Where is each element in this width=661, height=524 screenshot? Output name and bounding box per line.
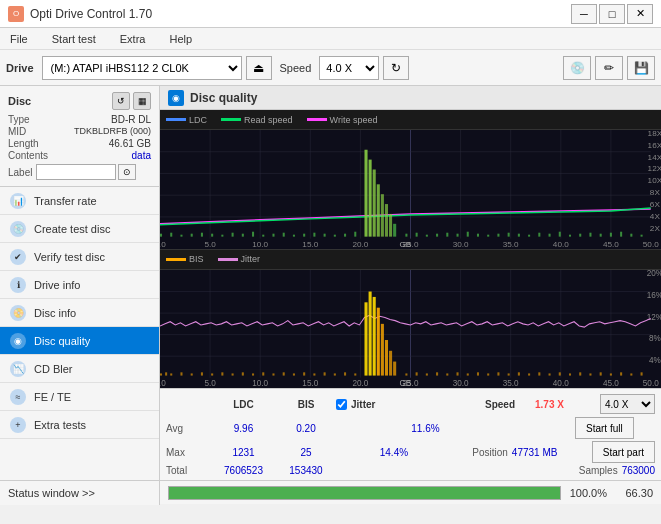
menu-extra[interactable]: Extra: [114, 31, 152, 47]
svg-rect-164: [477, 372, 479, 375]
sidebar-item-cd-bler[interactable]: 📉 CD Bler: [0, 355, 159, 383]
quality-title: Disc quality: [190, 91, 257, 105]
svg-text:15.0: 15.0: [302, 240, 318, 249]
position-value: 47731 MB: [512, 447, 592, 458]
start-full-button[interactable]: Start full: [575, 417, 634, 439]
disc-panel-btn1[interactable]: ↺: [112, 92, 130, 110]
cd-bler-icon: 📉: [10, 361, 26, 377]
drive-select[interactable]: (M:) ATAPI iHBS112 2 CL0K: [42, 56, 242, 80]
disc-label-button[interactable]: ⊙: [118, 164, 136, 180]
svg-rect-171: [549, 373, 551, 375]
svg-rect-128: [160, 373, 162, 375]
svg-rect-62: [377, 184, 380, 236]
svg-rect-60: [369, 160, 372, 237]
sidebar-item-transfer-rate[interactable]: 📊 Transfer rate: [0, 187, 159, 215]
read-speed-legend-color: [221, 118, 241, 121]
avg-jitter: 11.6%: [336, 423, 515, 434]
svg-text:20%: 20%: [647, 270, 661, 279]
write-speed-legend-label: Write speed: [330, 115, 378, 125]
maximize-button[interactable]: □: [599, 4, 625, 24]
svg-text:45.0: 45.0: [603, 378, 619, 388]
svg-rect-88: [620, 232, 622, 237]
svg-rect-44: [211, 234, 213, 237]
sidebar-item-extra-tests[interactable]: + Extra tests: [0, 411, 159, 439]
svg-rect-173: [569, 373, 571, 375]
progress-area: 100.0% 66.30: [160, 486, 661, 500]
max-jitter: 14.4%: [336, 447, 452, 458]
disc-header: Disc ↺ ▦: [8, 92, 151, 110]
max-label: Max: [166, 447, 211, 458]
svg-rect-52: [293, 235, 295, 237]
disc-contents-label: Contents: [8, 150, 48, 161]
sidebar-item-label: FE / TE: [34, 391, 71, 403]
sidebar-item-fe-te[interactable]: ≈ FE / TE: [0, 383, 159, 411]
svg-rect-57: [344, 234, 346, 237]
jitter-checkbox[interactable]: [336, 399, 347, 410]
svg-rect-165: [487, 373, 489, 375]
disc-mid-value: TDKBLDRFB (000): [74, 126, 151, 137]
verify-test-disc-icon: ✔: [10, 249, 26, 265]
minimize-button[interactable]: ─: [571, 4, 597, 24]
menu-file[interactable]: File: [4, 31, 34, 47]
svg-rect-84: [579, 234, 581, 237]
refresh-button[interactable]: ↻: [383, 56, 409, 80]
disc-quality-icon: ◉: [10, 333, 26, 349]
edit-button[interactable]: ✏: [595, 56, 623, 80]
disc-panel-btn2[interactable]: ▦: [133, 92, 151, 110]
sidebar-item-verify-test-disc[interactable]: ✔ Verify test disc: [0, 243, 159, 271]
read-speed-legend-label: Read speed: [244, 115, 293, 125]
menu-help[interactable]: Help: [163, 31, 198, 47]
disc-type-value: BD-R DL: [111, 114, 151, 125]
svg-text:30.0: 30.0: [453, 378, 469, 388]
status-window-button[interactable]: Status window >>: [0, 481, 160, 505]
sidebar: Disc ↺ ▦ Type BD-R DL MID TDKBLDRFB (000…: [0, 86, 160, 480]
menu-start-test[interactable]: Start test: [46, 31, 102, 47]
sidebar-item-disc-info[interactable]: 📀 Disc info: [0, 299, 159, 327]
top-chart-legend: LDC Read speed Write speed: [160, 110, 661, 130]
svg-text:18X: 18X: [648, 130, 661, 138]
ldc-chart: LDC Read speed Write speed: [160, 110, 661, 250]
fe-te-icon: ≈: [10, 389, 26, 405]
sidebar-item-disc-quality[interactable]: ◉ Disc quality: [0, 327, 159, 355]
speed-select-stats[interactable]: 4.0 X: [600, 394, 655, 414]
svg-rect-65: [389, 214, 392, 237]
quality-header: ◉ Disc quality: [160, 86, 661, 110]
extra-tests-icon: +: [10, 417, 26, 433]
sidebar-item-drive-info[interactable]: ℹ Drive info: [0, 271, 159, 299]
svg-rect-155: [389, 350, 392, 375]
disc-label-input[interactable]: [36, 164, 116, 180]
svg-rect-68: [416, 233, 418, 237]
disc-type-label: Type: [8, 114, 30, 125]
bottom-chart-svg: 30 25 20 15 10 5 20% 16% 12% 8% 4% 0.0 5…: [160, 270, 661, 389]
svg-text:5.0: 5.0: [204, 378, 216, 388]
svg-text:30.0: 30.0: [453, 240, 469, 249]
svg-rect-179: [630, 373, 632, 375]
ldc-legend-color: [166, 118, 186, 121]
menu-bar: File Start test Extra Help: [0, 28, 661, 50]
speed-header: Speed: [475, 399, 525, 410]
svg-text:12%: 12%: [647, 311, 661, 321]
svg-rect-59: [364, 150, 367, 237]
svg-rect-174: [579, 372, 581, 375]
svg-rect-170: [538, 372, 540, 375]
app-icon: O: [8, 6, 24, 22]
svg-rect-78: [518, 234, 520, 237]
svg-rect-132: [191, 373, 193, 375]
jitter-legend-label: Jitter: [241, 254, 261, 264]
svg-rect-166: [497, 372, 499, 375]
eject-button[interactable]: ⏏: [246, 56, 272, 80]
close-button[interactable]: ✕: [627, 4, 653, 24]
start-part-button[interactable]: Start part: [592, 441, 655, 463]
disc-button[interactable]: 💿: [563, 56, 591, 80]
sidebar-item-create-test-disc[interactable]: 💿 Create test disc: [0, 215, 159, 243]
svg-rect-129: [165, 372, 167, 375]
svg-rect-137: [242, 372, 244, 375]
disc-length-label: Length: [8, 138, 39, 149]
svg-rect-53: [303, 234, 305, 237]
disc-type-row: Type BD-R DL: [8, 114, 151, 125]
svg-rect-176: [600, 372, 602, 375]
save-button[interactable]: 💾: [627, 56, 655, 80]
svg-rect-134: [211, 373, 213, 375]
speed-select[interactable]: 4.0 X: [319, 56, 379, 80]
speed-label: Speed: [280, 62, 312, 74]
